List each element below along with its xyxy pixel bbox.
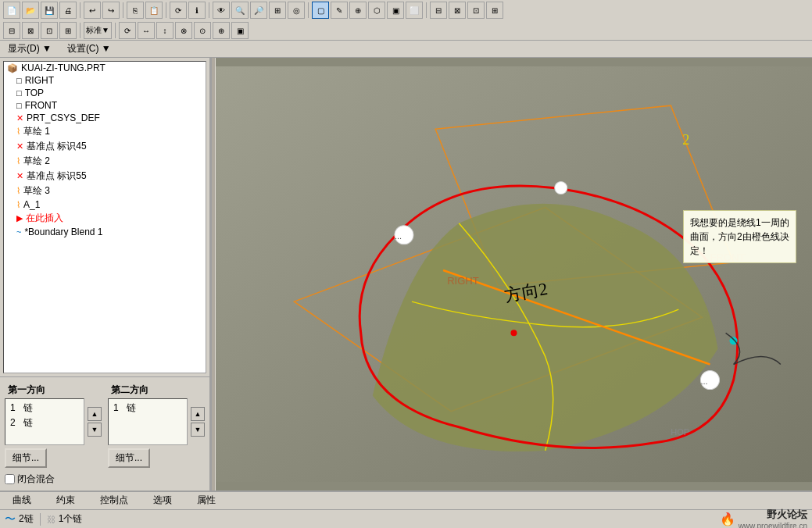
blend-options: 闭合混合 [5, 473, 205, 486]
redo-btn[interactable]: ↪ [102, 2, 120, 19]
tree-item-sketch3[interactable]: ⌇ 草绘 3 [4, 184, 206, 198]
dir2-item-1[interactable]: 1 链 [110, 401, 185, 416]
r2-6[interactable]: ⟳ [119, 22, 136, 39]
dir1-item-1[interactable]: 1 链 [7, 401, 82, 416]
tree-item-front[interactable]: □ FRONT [4, 99, 206, 112]
sep5 [308, 2, 309, 18]
left-panel: 📦 KUAI-ZI-TUNG.PRT □ RIGHT □ TOP □ FRONT… [0, 58, 211, 491]
tree-item-point45[interactable]: ✕ 基准点 标识45 [4, 139, 206, 154]
info-btn[interactable]: ℹ [188, 2, 206, 19]
dir1-down-btn[interactable]: ▼ [88, 423, 102, 437]
dir1-up-btn[interactable]: ▲ [88, 407, 102, 421]
tab-options[interactable]: 选项 [147, 492, 178, 510]
fit-btn[interactable]: ⊞ [269, 2, 286, 19]
plane-icon: □ [16, 76, 22, 85]
sep7 [80, 23, 80, 38]
r2-3[interactable]: ⊡ [41, 22, 58, 39]
tree-label: 草绘 3 [23, 184, 50, 198]
save-btn[interactable]: 💾 [41, 2, 58, 19]
t3[interactable]: ⊡ [467, 2, 485, 19]
zoom-in-btn[interactable]: 🔍 [231, 2, 249, 19]
r2-8[interactable]: ↕ [156, 22, 173, 39]
tree-label: A_1 [23, 199, 40, 210]
close-blend-label[interactable]: 闭合混合 [5, 473, 55, 486]
analysis-btn[interactable]: ⊕ [349, 2, 367, 19]
tree-item-sketch1[interactable]: ⌇ 草绘 1 [4, 124, 206, 139]
status-bar: 〜 2链 ⛓ 1个链 🔥 野火论坛 www.proewildfire.cn [0, 509, 812, 528]
tree-label: 基准点 标识45 [27, 140, 87, 153]
paste-btn[interactable]: 📋 [145, 2, 163, 19]
menu-settings[interactable]: 设置(C) ▼ [63, 41, 116, 57]
dir1-detail-btn[interactable]: 细节... [5, 448, 47, 468]
logo-area: 🔥 野火论坛 www.proewildfire.cn [720, 508, 807, 528]
tree-item-insert[interactable]: ▶ 在此插入 [4, 211, 206, 226]
display5-btn[interactable]: ⬜ [406, 2, 423, 19]
tree-label: RIGHT [25, 75, 54, 86]
orient-btn[interactable]: ◎ [288, 2, 305, 19]
tree-item-a1[interactable]: ⌇ A_1 [4, 198, 206, 211]
dir2-content: 1 链 ▲ ▼ [108, 398, 205, 445]
t2[interactable]: ⊠ [449, 2, 466, 19]
plane-icon3: □ [16, 101, 22, 110]
r2-10[interactable]: ⊙ [194, 22, 211, 39]
t1[interactable]: ⊟ [430, 2, 447, 19]
tree-label: 草绘 1 [23, 125, 50, 138]
status-div1 [40, 513, 41, 526]
dir2-up-btn[interactable]: ▲ [191, 407, 205, 421]
svg-point-10 [555, 182, 567, 194]
tab-properties[interactable]: 属性 [191, 492, 222, 510]
tree-item-sketch2[interactable]: ⌇ 草绘 2 [4, 154, 206, 169]
display4-btn[interactable]: ▣ [387, 2, 404, 19]
r2-4[interactable]: ⊞ [59, 22, 77, 39]
copy-btn[interactable]: ⎘ [127, 2, 144, 19]
menu-display[interactable]: 显示(D) ▼ [3, 41, 56, 57]
print-btn[interactable]: 🖨 [59, 2, 77, 19]
view-btn[interactable]: 👁 [213, 2, 230, 19]
root-icon: 📦 [7, 63, 18, 73]
r2-9[interactable]: ⊗ [175, 22, 192, 39]
dir1-item-2[interactable]: 2 链 [7, 416, 82, 430]
model-tree[interactable]: 📦 KUAI-ZI-TUNG.PRT □ RIGHT □ TOP □ FRONT… [3, 61, 206, 373]
tree-item-csys[interactable]: ✕ PRT_CSYS_DEF [4, 112, 206, 124]
dir2-detail-btn[interactable]: 细节... [108, 448, 150, 468]
csys-icon: ✕ [16, 113, 23, 123]
r2-12[interactable]: ▣ [231, 22, 249, 39]
regen-btn[interactable]: ⟳ [170, 2, 187, 19]
tree-item-blend[interactable]: ~ *Boundary Blend 1 [4, 226, 206, 238]
display3-btn[interactable]: ⬡ [368, 2, 385, 19]
dir2-detail: 细节... [108, 448, 205, 468]
dir2-down-btn[interactable]: ▼ [191, 423, 205, 437]
tab-curves[interactable]: 曲线 [6, 492, 38, 510]
r2-7[interactable]: ↔ [138, 22, 155, 39]
dir1-list[interactable]: 1 链 2 链 [5, 398, 84, 445]
r2-1[interactable]: ⊟ [3, 22, 20, 39]
r2-2[interactable]: ⊠ [22, 22, 39, 39]
select-btn[interactable]: ▢ [312, 2, 329, 19]
status-left: 〜 2链 [5, 512, 34, 526]
r2-11[interactable]: ⊕ [213, 22, 230, 39]
dir1-detail: 细节... [5, 448, 102, 468]
tree-item-top[interactable]: □ TOP [4, 87, 206, 99]
dir2-container: 第二方向 1 链 ▲ ▼ 细节... [108, 382, 205, 468]
viewport[interactable]: 2 RIGHT FRONT 方向2 HOP ... [216, 58, 812, 491]
svg-text:2: 2 [682, 132, 689, 148]
tree-root[interactable]: 📦 KUAI-ZI-TUNG.PRT [4, 62, 206, 74]
open-btn[interactable]: 📂 [22, 2, 39, 19]
r2-5[interactable]: 标准▼ [84, 22, 112, 39]
tab-ctrl-points[interactable]: 控制点 [94, 492, 134, 510]
tab-constraints[interactable]: 约束 [50, 492, 81, 510]
flame-icon: 🔥 [720, 512, 735, 526]
svg-text:...: ... [700, 376, 707, 386]
dir2-arrows: ▲ ▼ [191, 398, 205, 445]
undo-btn[interactable]: ↩ [84, 2, 101, 19]
point-icon: ✕ [16, 141, 23, 152]
tree-root-label: KUAI-ZI-TUNG.PRT [21, 62, 106, 73]
sketch-btn[interactable]: ✎ [331, 2, 348, 19]
dir2-list[interactable]: 1 链 [108, 398, 188, 445]
tree-item-right[interactable]: □ RIGHT [4, 74, 206, 87]
zoom-out-btn[interactable]: 🔎 [250, 2, 267, 19]
close-blend-checkbox[interactable] [5, 474, 15, 484]
tree-item-point55[interactable]: ✕ 基准点 标识55 [4, 169, 206, 184]
new-btn[interactable]: 📄 [3, 2, 20, 19]
t4[interactable]: ⊞ [486, 2, 503, 19]
